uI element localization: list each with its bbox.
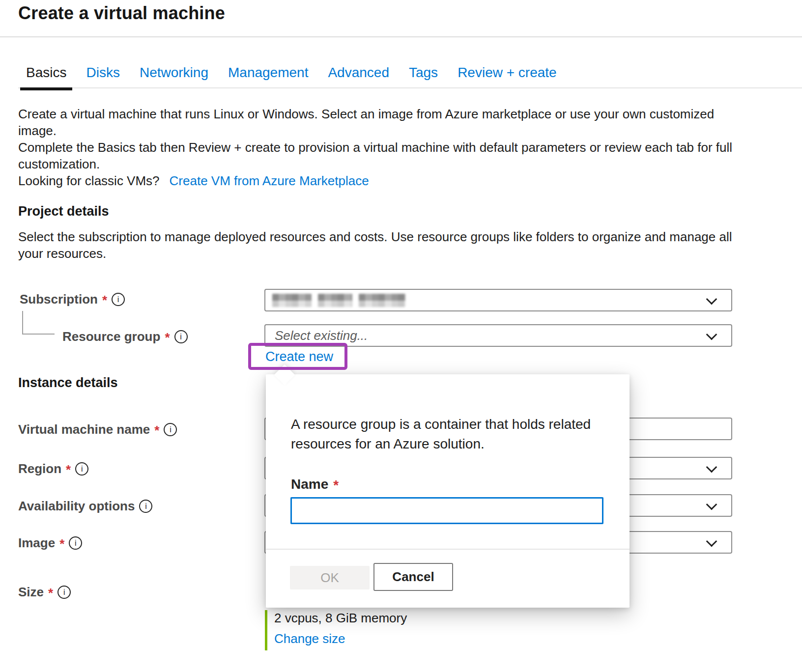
resource-group-placeholder: Select existing... [275,328,368,343]
info-icon[interactable]: i [75,462,88,476]
project-desc-line: Select the subscription to manage deploy… [18,228,732,245]
create-new-link[interactable]: Create new [265,349,333,364]
image-label: Image * i [18,534,82,551]
tab-review-create[interactable]: Review + create [452,65,563,90]
subscription-label: Subscription * i [20,291,125,308]
intro-line: Create a virtual machine that runs Linux… [18,106,732,122]
info-icon[interactable]: i [139,500,152,513]
chevron-down-icon [706,329,717,340]
chevron-down-icon [706,294,717,305]
tree-connector-horizontal [22,334,55,335]
create-resource-group-dialog: A resource group is a container that hol… [266,374,630,608]
chevron-down-icon [706,536,717,547]
size-label: Size * i [18,584,71,600]
intro-line: Complete the Basics tab then Review + cr… [18,139,732,156]
ok-button[interactable]: OK [290,566,370,589]
region-label-text: Region [18,461,61,476]
classic-vms-line: Looking for classic VMs?Create VM from A… [18,172,732,189]
subscription-value-redacted [272,294,405,307]
tree-connector-vertical [22,311,23,335]
tab-networking[interactable]: Networking [134,65,214,90]
info-icon[interactable]: i [174,330,188,343]
info-icon[interactable]: i [69,536,82,550]
resource-group-label-text: Resource group [62,329,160,344]
dialog-footer-divider [266,549,630,550]
tab-management[interactable]: Management [222,65,314,90]
dialog-description-line: resources for an Azure solution. [291,434,591,454]
dialog-description-line: A resource group is a container that hol… [291,415,591,434]
image-label-text: Image [18,535,55,551]
required-asterisk: * [102,293,107,308]
resource-group-label: Resource group * i [62,328,188,345]
region-label: Region * i [18,460,88,477]
tab-advanced[interactable]: Advanced [322,65,395,90]
create-vm-marketplace-link[interactable]: Create VM from Azure Marketplace [170,173,369,188]
info-icon[interactable]: i [164,423,177,436]
dialog-name-label: Name * [291,476,339,492]
tab-basics[interactable]: Basics [20,65,72,90]
project-details-heading: Project details [18,204,109,219]
required-asterisk: * [59,536,64,552]
required-asterisk: * [66,462,71,477]
size-label-text: Size [18,585,44,600]
change-size-link[interactable]: Change size [274,631,345,646]
classic-vms-prompt: Looking for classic VMs? [18,173,160,188]
required-asterisk: * [165,330,170,345]
dialog-description: A resource group is a container that hol… [291,415,591,454]
chevron-down-icon [706,462,717,473]
chevron-down-icon [706,499,717,510]
size-accent-bar [265,610,267,650]
subscription-label-text: Subscription [20,292,98,307]
tab-disks[interactable]: Disks [80,65,125,90]
cancel-button[interactable]: Cancel [373,563,453,591]
header-divider [0,36,802,37]
required-asterisk: * [48,586,53,601]
required-asterisk: * [154,423,159,438]
subscription-dropdown[interactable] [264,289,732,311]
availability-options-label: Availability options i [18,498,152,514]
info-icon[interactable]: i [57,586,71,599]
page-title: Create a virtual machine [18,3,225,24]
project-details-description: Select the subscription to manage deploy… [18,228,732,262]
project-desc-line: your resources. [18,245,732,262]
instance-details-heading: Instance details [18,375,118,391]
tab-bar: Basics Disks Networking Management Advan… [20,65,563,90]
resource-group-dropdown[interactable]: Select existing... [264,324,732,347]
intro-line: image. [18,122,732,139]
availability-options-label-text: Availability options [18,499,135,514]
dialog-name-label-text: Name [291,476,328,492]
create-vm-page: Create a virtual machine Basics Disks Ne… [0,0,802,672]
size-specs-text: 2 vcpus, 8 GiB memory [274,611,407,626]
vm-name-label-text: Virtual machine name [18,422,150,437]
tab-tags[interactable]: Tags [403,65,444,90]
dialog-name-input[interactable] [290,497,603,524]
intro-text: Create a virtual machine that runs Linux… [18,106,732,189]
required-asterisk: * [333,477,339,493]
intro-line: customization. [18,156,732,172]
vm-name-label: Virtual machine name * i [18,421,177,438]
info-icon[interactable]: i [112,293,125,306]
